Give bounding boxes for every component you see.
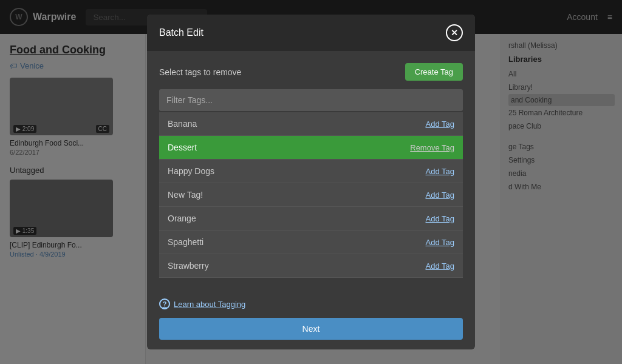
tag-row-spaghetti: Spaghetti Add Tag (159, 231, 463, 254)
modal-header: Batch Edit ✕ (147, 15, 475, 51)
tag-name-new-tag: New Tag! (168, 190, 203, 200)
tag-row-strawberry: Strawberry Add Tag (159, 254, 463, 278)
tag-name-dessert: Dessert (168, 143, 197, 152)
add-tag-new-tag[interactable]: Add Tag (426, 190, 454, 200)
remove-tag-dessert[interactable]: Remove Tag (410, 143, 454, 152)
tag-row-orange: Orange Add Tag (159, 207, 463, 231)
filter-tags-input[interactable] (159, 89, 463, 111)
tag-name-strawberry: Strawberry (168, 261, 209, 271)
add-tag-happy-dogs[interactable]: Add Tag (426, 167, 454, 176)
learn-about-tagging-link[interactable]: ? Learn about Tagging (159, 298, 245, 309)
tag-row-banana: Banana Add Tag (159, 112, 463, 136)
tags-list: Banana Add Tag Dessert Remove Tag Happy … (159, 112, 463, 278)
modal-subtitle: Select tags to remove (159, 67, 241, 77)
tag-row-dessert: Dessert Remove Tag (159, 136, 463, 160)
add-tag-spaghetti[interactable]: Add Tag (426, 238, 454, 247)
modal-title: Batch Edit (159, 27, 203, 38)
tag-row-new-tag: New Tag! Add Tag (159, 183, 463, 207)
create-tag-button[interactable]: Create Tag (405, 63, 463, 81)
tag-name-orange: Orange (168, 214, 196, 223)
help-icon: ? (159, 298, 170, 309)
next-button[interactable]: Next (159, 318, 463, 340)
tag-name-banana: Banana (168, 119, 197, 129)
batch-edit-modal: Batch Edit ✕ Select tags to remove Creat… (147, 15, 475, 349)
modal-overlay: Batch Edit ✕ Select tags to remove Creat… (0, 0, 622, 364)
add-tag-banana[interactable]: Add Tag (426, 120, 454, 129)
add-tag-strawberry[interactable]: Add Tag (426, 261, 454, 271)
close-button[interactable]: ✕ (446, 24, 463, 41)
tag-name-happy-dogs: Happy Dogs (168, 166, 214, 176)
add-tag-orange[interactable]: Add Tag (426, 214, 454, 223)
tag-row-happy-dogs: Happy Dogs Add Tag (159, 160, 463, 183)
tag-name-spaghetti: Spaghetti (168, 237, 203, 247)
learn-label: Learn about Tagging (174, 300, 245, 309)
